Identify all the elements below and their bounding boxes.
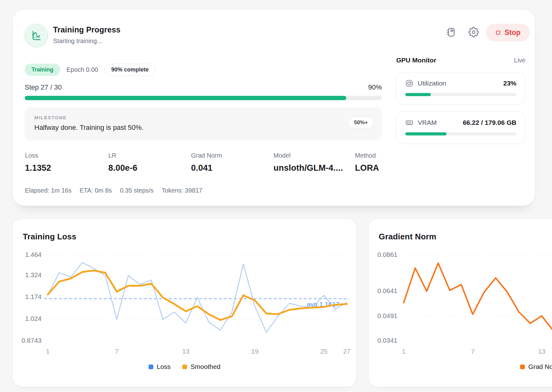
metric-model: Model unsloth/GLM-4....	[274, 152, 343, 173]
metric-label: Model	[274, 152, 343, 159]
gauge-icon	[405, 79, 413, 87]
gpu-vram-card: VRAM 66.22 / 179.06 GB	[396, 111, 525, 144]
gpu-live-label: Live	[514, 57, 525, 64]
milestone-label: MILESTONE	[34, 115, 67, 120]
vram-value: 66.22 / 179.06 GB	[463, 119, 516, 126]
utilization-value: 23%	[503, 80, 516, 87]
svg-text:1.464: 1.464	[25, 251, 42, 258]
metric-value: LORA	[355, 163, 379, 173]
legend-item-grad-norm[interactable]: Grad Norm	[520, 363, 552, 370]
tokens-stat: Tokens: 39817	[162, 187, 202, 194]
metric-value: 0.041	[191, 163, 222, 173]
metric-label: Method	[355, 152, 379, 159]
training-dashboard: { "header": { "title": "Training Progres…	[0, 0, 552, 392]
metric-lr: LR 8.00e-6	[108, 152, 137, 173]
svg-text:0.0491: 0.0491	[377, 312, 397, 319]
vram-label: VRAM	[418, 119, 437, 126]
steps-per-second-stat: 0.35 steps/s	[120, 187, 154, 194]
training-loss-chart: 1.4641.3241.1741.0240.87431713192527avg …	[13, 219, 356, 359]
svg-text:7: 7	[115, 348, 119, 355]
metric-method: Method LORA	[355, 152, 379, 173]
legend-label: Smoothed	[190, 363, 220, 370]
svg-text:1: 1	[402, 348, 406, 355]
elapsed-stat: Elapsed: 1m 16s	[25, 187, 71, 194]
vram-fill	[405, 132, 446, 135]
step-label: Step 27 / 30	[25, 83, 62, 91]
metric-grad-norm: Grad Norm 0.041	[191, 152, 222, 173]
percent-complete-badge: 90% complete	[104, 64, 155, 76]
legend-label: Grad Norm	[528, 363, 552, 370]
svg-text:0.0861: 0.0861	[377, 251, 397, 258]
status-badge-row: Training Epoch 0.00 90% complete	[25, 63, 155, 76]
progress-fill	[25, 96, 346, 100]
svg-text:1.174: 1.174	[25, 293, 42, 300]
metric-loss: Loss 1.1352	[25, 152, 51, 173]
milestone-text: Halfway done. Training is past 50%.	[34, 124, 144, 132]
page-title: Training Progress	[53, 25, 121, 34]
svg-text:19: 19	[251, 348, 259, 355]
training-progress-bar	[25, 96, 382, 100]
legend-swatch	[520, 365, 525, 369]
ram-icon	[405, 119, 413, 127]
gradient-norm-legend: Grad Norm	[369, 363, 552, 370]
legend-swatch	[149, 365, 153, 369]
milestone-panel: MILESTONE Halfway done. Training is past…	[25, 108, 382, 140]
svg-text:13: 13	[538, 348, 545, 355]
svg-text:0.0641: 0.0641	[377, 287, 397, 294]
metric-value: 1.1352	[25, 163, 51, 173]
training-progress-card: Training Progress Starting training... S…	[12, 9, 535, 206]
progress-percent-label: 90%	[368, 83, 382, 91]
gpu-monitor-title: GPU Monitor	[396, 56, 436, 64]
vram-bar	[405, 132, 516, 135]
metric-value: unsloth/GLM-4....	[274, 163, 343, 173]
runtime-stats-row: Elapsed: 1m 16s ETA: 0m 8s 0.35 steps/s …	[25, 187, 202, 194]
svg-text:13: 13	[182, 348, 189, 355]
legend-item-loss[interactable]: Loss	[149, 363, 170, 370]
legend-item-smoothed[interactable]: Smoothed	[182, 363, 220, 370]
gradient-norm-chart: 0.08610.06410.04910.03411713192527	[369, 219, 552, 359]
step-progress-row: Step 27 / 30 90%	[25, 83, 382, 91]
training-loss-legend: LossSmoothed	[13, 363, 356, 370]
training-loss-card: Training Loss 1.4641.3241.1741.0240.8743…	[12, 218, 357, 387]
utilization-label: Utilization	[418, 80, 446, 87]
svg-text:27: 27	[343, 348, 350, 355]
svg-text:0.8743: 0.8743	[22, 337, 42, 344]
svg-text:1.324: 1.324	[25, 271, 42, 278]
legend-swatch	[182, 365, 187, 369]
loss-curve-logo-icon	[24, 24, 48, 47]
gpu-monitor-panel: GPU Monitor Live Utilization 23%	[396, 10, 525, 206]
metric-label: LR	[108, 152, 137, 159]
training-status-badge: Training	[25, 64, 60, 76]
milestone-badge: 50%+	[348, 117, 373, 129]
metric-label: Loss	[25, 152, 51, 159]
gradient-norm-card: Gradient Norm 0.08610.06410.04910.034117…	[368, 218, 552, 387]
utilization-fill	[405, 93, 431, 96]
svg-text:25: 25	[320, 348, 328, 355]
eta-stat: ETA: 0m 8s	[80, 187, 112, 194]
svg-text:1: 1	[46, 348, 50, 355]
svg-text:7: 7	[471, 348, 475, 355]
status-subtitle: Starting training...	[53, 37, 102, 45]
legend-label: Loss	[157, 363, 170, 370]
utilization-bar	[405, 93, 516, 96]
metric-value: 8.00e-6	[108, 163, 137, 173]
gpu-monitor-header: GPU Monitor Live	[396, 56, 525, 64]
epoch-label: Epoch 0.00	[67, 66, 98, 73]
metric-label: Grad Norm	[191, 152, 222, 159]
gpu-utilization-card: Utilization 23%	[396, 72, 525, 105]
svg-text:1.024: 1.024	[25, 315, 42, 322]
svg-text:0.0341: 0.0341	[377, 337, 397, 344]
